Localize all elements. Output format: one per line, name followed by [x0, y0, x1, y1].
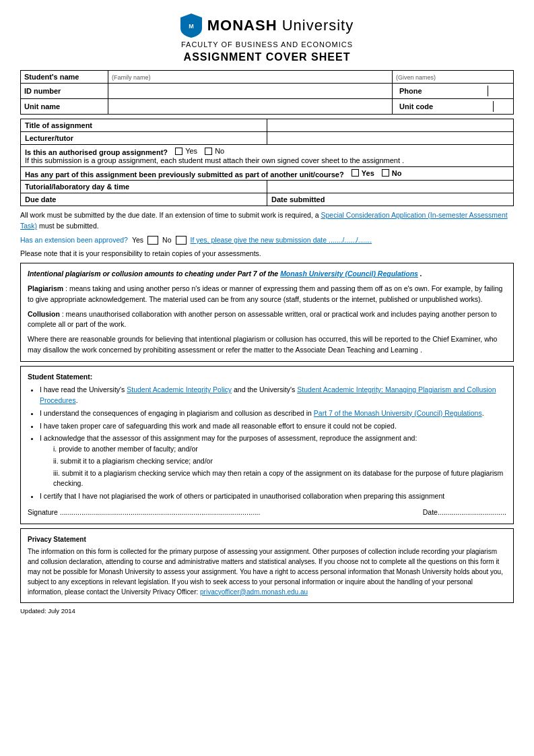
given-names-sublabel: (Given names)	[396, 74, 436, 81]
monash-shield-icon: M	[180, 13, 202, 38]
ext-no-checkbox[interactable]	[176, 236, 187, 245]
signature-label[interactable]: Signature ..............................…	[28, 507, 260, 518]
lecturer-label: Lecturer/tutor	[21, 132, 267, 145]
svg-text:M: M	[189, 23, 194, 30]
unit-code-row: Unit code	[396, 101, 510, 112]
privacy-email-link[interactable]: privacyofficer@adm.monash.edu.au	[200, 588, 308, 596]
plagiarism-definition: Plagiarism : means taking and using anot…	[28, 284, 506, 305]
info-text1: All work must be submitted by the due da…	[20, 211, 321, 219]
unit-name-label: Unit name	[21, 99, 108, 115]
statement-item-3: I have taken proper care of safeguarding…	[40, 421, 506, 432]
phone-row: Phone	[396, 86, 510, 96]
family-name-cell: (Family name)	[108, 71, 393, 84]
no-label: No	[215, 147, 224, 155]
title-value[interactable]	[267, 119, 514, 132]
student-statement-section: Student Statement: I have read the Unive…	[20, 366, 514, 524]
no-checkbox-area[interactable]: No	[205, 147, 224, 155]
statement-item-1: I have read the University's Student Aca…	[40, 385, 506, 406]
sub-item-2: ii. submit it to a plagiarism checking s…	[53, 456, 506, 467]
extension-question: Has an extension been approved?	[20, 236, 128, 244]
unit-code-label: Unit code	[396, 101, 493, 112]
title-row: Title of assignment	[21, 119, 514, 132]
unit-code-cell: Unit code	[393, 99, 514, 115]
bullet2-end: .	[482, 409, 484, 417]
group-assignment-cell: Is this an authorised group assignment? …	[21, 145, 514, 167]
plagiarism-bold-label: Plagiarism	[28, 284, 63, 292]
prev-yes-checkbox[interactable]	[352, 169, 359, 177]
previously-submitted-cell: Has any part of this assignment been pre…	[21, 166, 514, 181]
sub-item-3: iii. submit it to a plagiarism checking …	[53, 468, 506, 490]
retain-note: Please note that it is your responsibili…	[20, 249, 514, 259]
phone-label: Phone	[396, 86, 488, 96]
where-text: Where there are reasonable grounds for b…	[28, 334, 506, 356]
prev-no-label: No	[392, 169, 402, 177]
statement-item-5: I certify that I have not plagiarised th…	[40, 491, 506, 502]
group-question-text: Is this an authorised group assignment?	[25, 148, 168, 156]
bullet1-end: .	[76, 396, 78, 404]
new-date-text: If yes, please give the new submission d…	[191, 236, 372, 244]
plagiarism-intro-italic: Intentional plagiarism or collusion amou…	[28, 270, 280, 278]
plagiarism-intro-end: .	[418, 270, 422, 278]
sub-items-list: i. provide to another member of faculty;…	[40, 444, 506, 489]
tutorial-row: Tutorial/laboratory day & time	[21, 181, 514, 193]
privacy-title: Privacy Statement	[28, 534, 506, 544]
lecturer-row: Lecturer/tutor	[21, 132, 514, 145]
sub-item-1: i. provide to another member of faculty;…	[53, 444, 506, 455]
prev-no-area[interactable]: No	[382, 169, 402, 177]
phone-value[interactable]	[488, 86, 510, 96]
statement-item-2: I understand the consequences of engagin…	[40, 408, 506, 419]
yes-checkbox[interactable]	[175, 148, 182, 155]
updated-text: Updated: July 2014	[20, 607, 514, 615]
page-title: ASSIGNMENT COVER SHEET	[20, 51, 514, 63]
signature-line: Signature ..............................…	[28, 507, 506, 518]
info-text2: must be submitted.	[37, 222, 99, 230]
given-names-cell: (Given names)	[393, 71, 514, 84]
tutorial-label: Tutorial/laboratory day & time	[21, 181, 267, 193]
statement-list: I have read the University's Student Aca…	[28, 385, 506, 502]
bullet2-start: I understand the consequences of engagin…	[40, 409, 314, 417]
plagiarism-intro: Intentional plagiarism or collusion amou…	[28, 269, 506, 280]
date-submitted-cell: Date submitted	[267, 193, 514, 206]
collusion-bold-label: Collusion	[28, 310, 60, 318]
ext-yes-label: Yes	[132, 236, 143, 244]
ext-no-label: No	[162, 236, 171, 244]
plagiarism-section: Intentional plagiarism or collusion amou…	[20, 263, 514, 361]
phone-inner-table: Phone	[396, 86, 510, 96]
ext-yes-checkbox[interactable]	[147, 236, 158, 245]
student-info-table: Student's name (Family name) (Given name…	[20, 70, 514, 115]
due-date-row: Due date Date submitted	[21, 193, 514, 206]
privacy-section: Privacy Statement The information on thi…	[20, 528, 514, 603]
student-name-label: Student's name	[21, 71, 108, 84]
unit-name-value[interactable]	[108, 99, 393, 115]
student-name-row: Student's name (Family name) (Given name…	[21, 71, 514, 84]
title-label: Title of assignment	[21, 119, 267, 132]
collusion-definition: Collusion : means unauthorised collabora…	[28, 309, 506, 331]
date-submitted-label: Date submitted	[271, 195, 325, 203]
bullet1-text: I have read the University's	[40, 385, 127, 393]
no-checkbox[interactable]	[205, 148, 212, 155]
monash-title: MONASH University	[207, 17, 354, 34]
sai-policy-link[interactable]: Student Academic Integrity Policy	[127, 385, 232, 393]
faculty-name: FACULTY OF BUSINESS AND ECONOMICS	[20, 40, 514, 49]
prev-no-checkbox[interactable]	[382, 169, 389, 177]
extension-info: All work must be submitted by the due da…	[20, 210, 514, 232]
unit-name-row: Unit name Unit code	[21, 99, 514, 115]
date-label[interactable]: Date...................................	[423, 507, 506, 518]
yes-checkbox-area[interactable]: Yes	[175, 147, 197, 155]
unit-code-value[interactable]	[493, 101, 510, 112]
tutorial-value[interactable]	[267, 181, 514, 193]
part7-link[interactable]: Part 7 of the Monash University (Council…	[314, 409, 482, 417]
statement-title: Student Statement:	[28, 372, 506, 383]
lecturer-value[interactable]	[267, 132, 514, 145]
due-date-label: Due date	[21, 193, 267, 206]
id-value-cell[interactable]	[108, 84, 393, 99]
prev-yes-label: Yes	[362, 169, 374, 177]
previously-submitted-q: Has any part of this assignment been pre…	[25, 170, 344, 178]
logo-area: M MONASH University	[20, 13, 514, 38]
bullet1-mid: and the University's	[232, 385, 297, 393]
group-note-text: If this submission is a group assignment…	[25, 156, 404, 164]
family-name-sublabel: (Family name)	[112, 74, 151, 81]
monash-regulations-link[interactable]: Monash University (Council) Regulations	[280, 270, 418, 278]
prev-yes-area[interactable]: Yes	[352, 169, 374, 177]
statement-item-4: I acknowledge that the assessor of this …	[40, 433, 506, 489]
